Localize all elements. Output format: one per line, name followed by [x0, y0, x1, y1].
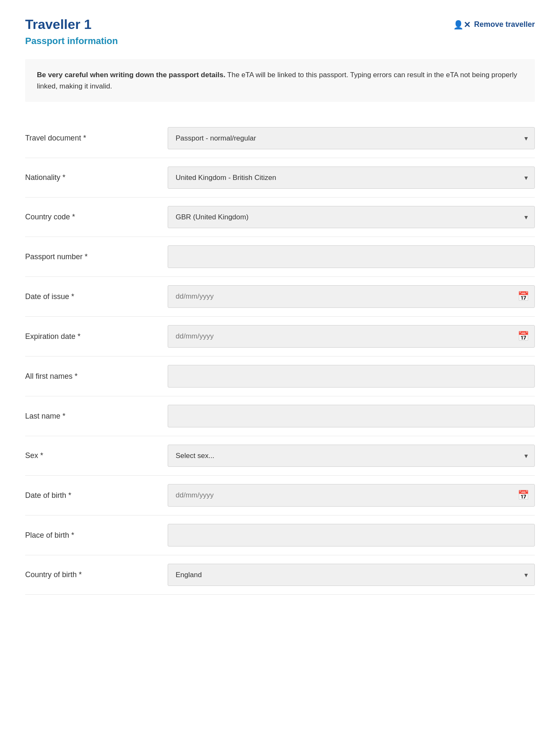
- expiration-date-wrapper: 📅: [168, 325, 535, 348]
- sex-row: Sex * Select sex... Male Female Other ▼: [25, 436, 535, 476]
- nationality-select-wrapper: United Kingdom - British Citizen ▼: [168, 167, 535, 189]
- travel-document-label: Travel document *: [25, 134, 168, 143]
- date-of-birth-row: Date of birth * 📅: [25, 476, 535, 515]
- country-code-select[interactable]: GBR (United Kingdom): [168, 206, 535, 228]
- date-of-issue-control: 📅: [168, 285, 535, 308]
- last-name-row: Last name *: [25, 396, 535, 436]
- country-code-select-wrapper: GBR (United Kingdom) ▼: [168, 206, 535, 228]
- last-name-input[interactable]: [168, 405, 535, 427]
- passport-number-row: Passport number *: [25, 237, 535, 277]
- date-of-issue-row: Date of issue * 📅: [25, 277, 535, 317]
- all-first-names-label: All first names *: [25, 372, 168, 381]
- passport-number-label: Passport number *: [25, 252, 168, 261]
- date-of-issue-wrapper: 📅: [168, 285, 535, 308]
- date-of-birth-input[interactable]: [168, 484, 535, 507]
- page-header: Traveller 1 👤✕ Remove traveller: [25, 17, 535, 32]
- remove-traveller-label: Remove traveller: [474, 20, 535, 29]
- travel-document-select-wrapper: Passport - normal/regular Travel documen…: [168, 127, 535, 149]
- section-title: Passport information: [25, 36, 535, 47]
- passport-form: Travel document * Passport - normal/regu…: [25, 119, 535, 595]
- country-code-label: Country code *: [25, 213, 168, 221]
- sex-label: Sex *: [25, 451, 168, 460]
- country-code-row: Country code * GBR (United Kingdom) ▼: [25, 198, 535, 237]
- last-name-control: [168, 405, 535, 427]
- country-of-birth-select-wrapper: England Scotland Wales Northern Ireland …: [168, 564, 535, 586]
- travel-document-select[interactable]: Passport - normal/regular Travel documen…: [168, 127, 535, 149]
- date-of-birth-label: Date of birth *: [25, 491, 168, 500]
- place-of-birth-control: [168, 524, 535, 547]
- page-title: Traveller 1: [25, 17, 91, 32]
- nationality-select[interactable]: United Kingdom - British Citizen: [168, 167, 535, 189]
- expiration-date-control: 📅: [168, 325, 535, 348]
- sex-control: Select sex... Male Female Other ▼: [168, 445, 535, 467]
- remove-traveller-button[interactable]: 👤✕ Remove traveller: [453, 20, 535, 30]
- warning-bold: Be very careful when writing down the pa…: [37, 71, 226, 79]
- warning-box: Be very careful when writing down the pa…: [25, 59, 535, 102]
- expiration-date-label: Expiration date *: [25, 332, 168, 341]
- remove-traveller-icon: 👤✕: [453, 20, 471, 30]
- passport-number-control: [168, 245, 535, 268]
- sex-select[interactable]: Select sex... Male Female Other: [168, 445, 535, 467]
- country-of-birth-row: Country of birth * England Scotland Wale…: [25, 555, 535, 595]
- travel-document-row: Travel document * Passport - normal/regu…: [25, 119, 535, 158]
- date-of-birth-wrapper: 📅: [168, 484, 535, 507]
- warning-text: Be very careful when writing down the pa…: [37, 69, 523, 92]
- place-of-birth-label: Place of birth *: [25, 531, 168, 540]
- all-first-names-row: All first names *: [25, 357, 535, 396]
- expiration-date-row: Expiration date * 📅: [25, 317, 535, 357]
- date-of-issue-input[interactable]: [168, 285, 535, 308]
- country-of-birth-control: England Scotland Wales Northern Ireland …: [168, 564, 535, 586]
- place-of-birth-row: Place of birth *: [25, 515, 535, 555]
- country-of-birth-label: Country of birth *: [25, 570, 168, 579]
- travel-document-control: Passport - normal/regular Travel documen…: [168, 127, 535, 149]
- date-of-issue-label: Date of issue *: [25, 292, 168, 301]
- nationality-row: Nationality * United Kingdom - British C…: [25, 158, 535, 198]
- all-first-names-control: [168, 365, 535, 388]
- nationality-control: United Kingdom - British Citizen ▼: [168, 167, 535, 189]
- sex-select-wrapper: Select sex... Male Female Other ▼: [168, 445, 535, 467]
- date-of-birth-control: 📅: [168, 484, 535, 507]
- place-of-birth-input[interactable]: [168, 524, 535, 547]
- expiration-date-input[interactable]: [168, 325, 535, 348]
- last-name-label: Last name *: [25, 412, 168, 421]
- country-of-birth-select[interactable]: England Scotland Wales Northern Ireland: [168, 564, 535, 586]
- all-first-names-input[interactable]: [168, 365, 535, 388]
- nationality-label: Nationality *: [25, 173, 168, 182]
- passport-number-input[interactable]: [168, 245, 535, 268]
- country-code-control: GBR (United Kingdom) ▼: [168, 206, 535, 228]
